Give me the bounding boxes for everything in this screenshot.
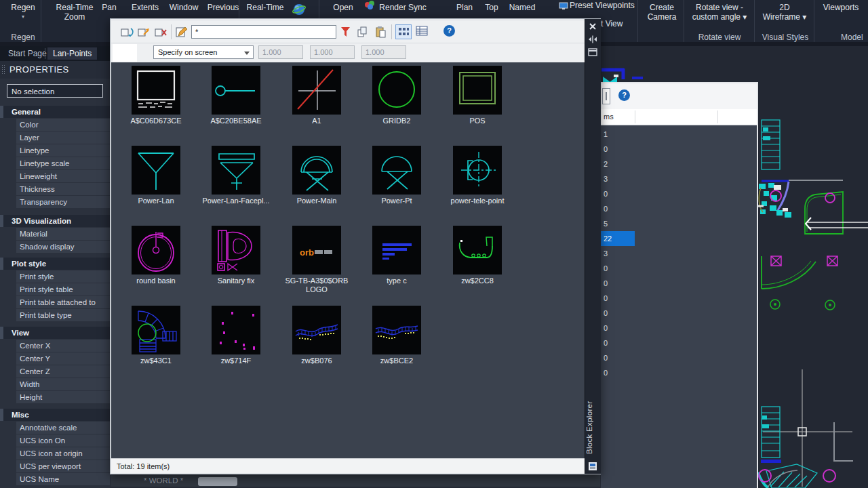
list-item[interactable]: 0 [601,201,757,216]
list-item[interactable]: 3 [601,171,757,186]
property-row-ucs-name[interactable]: UCS Name [16,473,110,485]
section-misc[interactable]: Misc [0,409,110,421]
ribbon-button-regen[interactable]: Regen ▾ [4,3,42,22]
block-item[interactable]: zw$43C1 [116,306,196,365]
dialog-help-button[interactable]: ? [443,25,455,37]
property-row-material[interactable]: Material [16,228,110,240]
property-row-print-table-attached-to[interactable]: Print table attached to [16,296,110,308]
ribbon-button-plan[interactable]: Plan [450,3,479,12]
property-row-ucs-per-viewport[interactable]: UCS per viewport [16,460,110,472]
block-item[interactable]: round basin [116,226,196,285]
block-item[interactable]: Power-Main [277,146,357,205]
block-item[interactable]: type c [357,226,437,285]
filter-icon[interactable] [340,26,353,38]
list-item[interactable]: 0 [601,142,757,157]
block-item[interactable]: A1 [277,66,357,125]
thumbnail-view-button[interactable] [395,24,412,39]
close-icon[interactable] [587,22,598,31]
list-item[interactable]: 3 [601,246,757,261]
property-row-transparency[interactable]: Transparency [16,196,110,208]
section-general[interactable]: General [0,106,110,118]
property-row-print-table-type[interactable]: Print table type [16,309,110,321]
scale-y-field[interactable]: 1.000 [310,45,355,59]
ribbon-button-open[interactable]: Open [324,3,362,12]
list-item[interactable]: 0 [601,350,757,365]
property-row-center-y[interactable]: Center Y [16,352,110,365]
property-row-linetype-scale[interactable]: Linetype scale [16,157,110,169]
section-plot-style[interactable]: Plot style [0,258,110,270]
property-row-shadow-display[interactable]: Shadow display [16,241,110,253]
properties-window-icon[interactable] [587,47,598,57]
property-row-ucs-icon-at-origin[interactable]: UCS icon at origin [16,447,110,460]
block-item[interactable]: Power-Pt [357,146,437,205]
property-row-color[interactable]: Color [16,119,110,131]
block-item[interactable]: Power-Lan-Facepl... [196,146,276,205]
scale-x-field[interactable]: 1.000 [258,45,303,59]
block-item[interactable]: zw$BCE2 [357,306,437,365]
tab-lan-points[interactable]: Lan-Points [47,47,97,60]
copy-block-icon[interactable] [137,26,151,38]
property-row-center-x[interactable]: Center X [16,340,110,352]
block-item[interactable]: Sanitary fix [196,226,276,285]
detail-view-button[interactable] [414,24,431,39]
property-row-center-z[interactable]: Center Z [16,365,110,378]
help-button[interactable]: ? [618,89,630,101]
scale-z-field[interactable]: 1.000 [361,45,406,59]
property-row-annotative-scale[interactable]: Annotative scale [16,422,110,434]
ribbon-button-render-sync[interactable]: Render Sync [376,3,430,12]
section-3d-visualization[interactable]: 3D Visualization [0,215,110,227]
ribbon-button-named[interactable]: Named [506,3,538,12]
palette-window-icon[interactable] [587,462,598,471]
block-item[interactable]: A$C20BE58AE [196,66,276,125]
ribbon-button-rotate-view[interactable]: Rotate view - custom angle ▾ [686,3,753,22]
list-item[interactable]: 5 [601,216,757,231]
block-name-filter-input[interactable]: * [191,25,336,39]
ribbon-button-top[interactable]: Top [480,3,503,12]
ribbon-button-preset-viewpoints[interactable]: Preset Viewpoints [570,1,643,10]
purge-block-icon[interactable] [154,26,167,38]
list-item[interactable]: 2 [601,157,757,171]
selection-dropdown[interactable]: No selection [7,84,103,98]
property-row-lineweight[interactable]: Lineweight [16,170,110,182]
list-item[interactable]: 0 [601,291,757,306]
scale-mode-dropdown[interactable]: Specify on screen [153,45,254,59]
property-row-height[interactable]: Height [16,391,110,403]
ribbon-button-extents[interactable]: Extents [125,3,165,12]
rename-block-icon[interactable] [175,26,189,38]
list-item[interactable]: 0 [601,276,757,291]
block-item[interactable]: zw$2CC8 [437,226,517,285]
partial-toolbar-button[interactable] [602,88,610,104]
property-row-ucs-icon-on[interactable]: UCS icon On [16,434,110,447]
block-item[interactable]: GRIDB2 [357,66,437,125]
property-row-print-style[interactable]: Print style [16,270,110,283]
block-item[interactable]: POS [437,66,517,125]
ribbon-button-window[interactable]: Window [164,3,203,12]
block-item[interactable]: A$C06D673CE [116,66,196,125]
list-item[interactable]: 0 [601,321,757,336]
block-item[interactable]: zw$B076 [277,306,357,365]
property-row-linetype[interactable]: Linetype [16,144,110,157]
list-item[interactable]: 0 [601,365,757,380]
copy-icon[interactable] [356,26,370,38]
ribbon-button-2d-wireframe[interactable]: 2D Wireframe ▾ [757,3,812,22]
ribbon-button-viewports[interactable]: Viewports [816,3,865,12]
list-item[interactable]: 0 [601,261,757,276]
insert-block-icon[interactable] [120,26,134,38]
block-item[interactable]: orb SG-TB-A3$0$ORB LOGO [277,226,357,294]
ribbon-button-previous[interactable]: Previous [202,3,244,12]
column-separator[interactable] [635,110,635,123]
paste-icon[interactable] [374,26,388,38]
block-item[interactable]: zw$714F [196,306,276,365]
list-column-header[interactable]: ms [601,109,757,125]
layout-tab-fragment[interactable] [198,477,237,486]
list-item[interactable]: 0 [601,186,757,201]
block-item[interactable]: Power-Lan [116,146,196,205]
dialog-vertical-title[interactable]: Block Explorer [585,390,601,465]
list-item[interactable]: 1 [601,127,757,142]
list-item[interactable]: 0 [601,306,757,321]
ribbon-button-pan[interactable]: Pan [94,3,125,12]
column-separator[interactable] [717,110,718,123]
ribbon-button-create-camera[interactable]: Create Camera [640,3,684,22]
section-view[interactable]: View [0,327,110,339]
panel-grip-handle[interactable] [1,64,6,75]
